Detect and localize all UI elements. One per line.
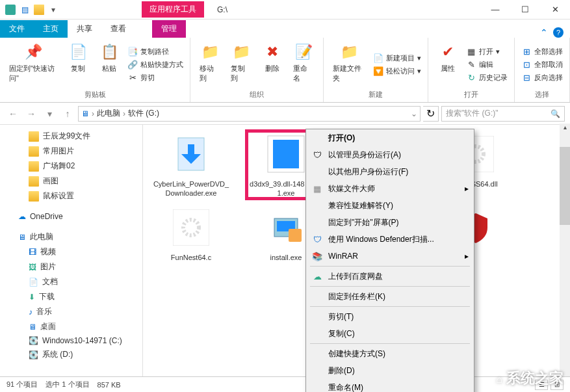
ctx-delete[interactable]: 删除(D) (306, 362, 474, 379)
ctx-copy[interactable]: 复制(C) (306, 325, 474, 342)
svg-rect-11 (289, 229, 302, 242)
ctx-winrar[interactable]: 📚WinRAR▸ (306, 248, 474, 265)
easy-access-button[interactable]: 🔽轻松访问▾ (372, 65, 422, 77)
minimize-button[interactable]: — (480, 0, 510, 20)
invert-selection-button[interactable]: ⊟反向选择 (520, 72, 564, 83)
pin-button[interactable]: 📌固定到"快速访问" (5, 40, 61, 88)
tree-documents[interactable]: 📄文档 (0, 274, 142, 289)
breadcrumb-root[interactable]: 此电脑 (97, 108, 120, 119)
tree-folder[interactable]: 鼠标设置 (0, 189, 142, 203)
move-to-button[interactable]: 📁移动到 (196, 40, 224, 88)
edit-button[interactable]: ✎编辑 (465, 59, 509, 70)
ctx-run-admin[interactable]: 🛡以管理员身份运行(A) (306, 146, 474, 163)
svg-rect-7 (173, 209, 209, 246)
refresh-button[interactable]: ↻ (423, 106, 439, 122)
open-button[interactable]: ▦打开▾ (465, 46, 509, 57)
contextual-tab-label: 应用程序工具 (142, 1, 204, 18)
qat-props-icon[interactable]: ▤ (19, 5, 30, 15)
quick-access-toolbar: ▤ ▾ (0, 5, 64, 15)
nav-tree[interactable]: 壬辰龙99文件 常用图片 广场舞02 画图 鼠标设置 ☁OneDrive 🖥此电… (0, 125, 143, 378)
group-select-label: 选择 (520, 88, 564, 99)
group-clipboard-label: 剪贴板 (5, 88, 185, 99)
tree-folder[interactable]: 画图 (0, 174, 142, 189)
tree-drive-c[interactable]: 💽Windows10-14971 (C:) (0, 334, 142, 347)
file-item[interactable]: CyberLink_PowerDVD_Downloader.exe (152, 131, 230, 198)
tab-view[interactable]: 查看 (101, 20, 135, 38)
tree-drive-d[interactable]: 💽系统 (D:) (0, 347, 142, 362)
ctx-baidu[interactable]: ☁上传到百度网盘 (306, 268, 474, 285)
tree-folder[interactable]: 广场舞02 (0, 159, 142, 174)
maximize-button[interactable]: ☐ (510, 0, 540, 20)
ctx-ruanmei[interactable]: ▦软媒文件大师▸ (306, 180, 474, 197)
cut-button[interactable]: ✂剪切 (126, 72, 185, 83)
delete-button[interactable]: ✖删除 (258, 40, 287, 88)
help-icon[interactable]: ? (553, 27, 564, 38)
svg-rect-2 (273, 140, 299, 168)
select-none-button[interactable]: ⊡全部取消 (520, 59, 564, 70)
tab-file[interactable]: 文件 (0, 20, 34, 38)
history-button[interactable]: ↻历史记录 (465, 72, 509, 83)
ribbon-tabs: 文件 主页 共享 查看 管理 ⌃ ? (0, 20, 570, 38)
qat-dropdown-icon[interactable]: ▾ (48, 5, 58, 15)
select-all-button[interactable]: ⊞全部选择 (520, 46, 564, 57)
ctx-pin-start[interactable]: 固定到"开始"屏幕(P) (306, 214, 474, 231)
status-bar: 91 个项目 选中 1 个项目 857 KB ☰ ⊞ (0, 376, 570, 392)
titlebar: ▤ ▾ 应用程序工具 G:\ — ☐ ✕ (0, 0, 570, 20)
properties-button[interactable]: ✔属性 (434, 40, 462, 88)
ctx-shortcut[interactable]: 创建快捷方式(S) (306, 345, 474, 362)
address-bar: ← → ▾ ↑ 🖥 › 此电脑 › 软件 (G:) ⌄ ↻ 搜索"软件 (G:)… (0, 103, 570, 125)
back-button[interactable]: ← (5, 106, 21, 122)
ctx-run-other[interactable]: 以其他用户身份运行(F) (306, 163, 474, 180)
app-icon (5, 5, 16, 15)
copy-to-button[interactable]: 📁复制到 (227, 40, 255, 88)
tree-folder[interactable]: 常用图片 (0, 144, 142, 159)
rename-button[interactable]: 📝重命名 (289, 40, 318, 88)
scroll-thumb[interactable] (560, 147, 570, 225)
ctx-defender[interactable]: 🛡使用 Windows Defender扫描... (306, 231, 474, 248)
breadcrumb-drive[interactable]: 软件 (G:) (128, 108, 159, 119)
ctx-open[interactable]: 打开(O) (306, 129, 474, 146)
tree-thispc[interactable]: 🖥此电脑 (0, 229, 142, 244)
close-button[interactable]: ✕ (540, 0, 570, 20)
tree-music[interactable]: ♪音乐 (0, 304, 142, 319)
tree-folder[interactable]: 壬辰龙99文件 (0, 129, 142, 144)
group-new-label: 新建 (329, 88, 422, 99)
tree-videos[interactable]: 🎞视频 (0, 244, 142, 259)
tree-downloads[interactable]: ⬇下载 (0, 289, 142, 304)
tree-pictures[interactable]: 🖼图片 (0, 259, 142, 274)
window-title: G:\ (217, 5, 227, 14)
ribbon-collapse-icon[interactable]: ⌃ (540, 27, 548, 38)
tab-share[interactable]: 共享 (68, 20, 101, 38)
qat-newfolder-icon[interactable] (34, 5, 44, 15)
tab-manage[interactable]: 管理 (152, 20, 186, 38)
copy-path-button[interactable]: 📑复制路径 (126, 46, 185, 57)
tree-desktop[interactable]: 🖥桌面 (0, 319, 142, 334)
paste-shortcut-button[interactable]: 🔗粘贴快捷方式 (126, 59, 185, 70)
context-menu: 打开(O) 🛡以管理员身份运行(A) 以其他用户身份运行(F) ▦软媒文件大师▸… (305, 129, 474, 392)
new-item-button[interactable]: 📄新建项目▾ (372, 52, 422, 64)
window-controls: — ☐ ✕ (480, 0, 570, 20)
breadcrumb[interactable]: 🖥 › 此电脑 › 软件 (G:) ⌄ (78, 106, 421, 122)
search-icon: 🔍 (551, 109, 560, 118)
ctx-compat[interactable]: 兼容性疑难解答(Y) (306, 197, 474, 214)
tab-home[interactable]: 主页 (34, 20, 68, 38)
pc-icon: 🖥 (81, 109, 89, 118)
ctx-pin-taskbar[interactable]: 固定到任务栏(K) (306, 288, 474, 305)
paste-button[interactable]: 📋粘贴 (95, 40, 123, 88)
copy-button[interactable]: 📄复制 (64, 40, 92, 88)
forward-button[interactable]: → (23, 106, 39, 122)
status-size: 857 KB (97, 381, 121, 389)
ribbon: 📌固定到"快速访问" 📄复制 📋粘贴 📑复制路径 🔗粘贴快捷方式 ✂剪切 剪贴板… (0, 38, 570, 103)
group-organize-label: 组织 (196, 88, 318, 99)
tree-onedrive[interactable]: ☁OneDrive (0, 210, 142, 223)
ctx-rename[interactable]: 重命名(M) (306, 379, 474, 392)
ctx-cut[interactable]: 剪切(T) (306, 308, 474, 325)
vertical-scrollbar[interactable]: ▴ (560, 124, 570, 377)
file-item[interactable]: FunNest64.c (152, 205, 230, 262)
search-box[interactable]: 搜索"软件 (G:)" 🔍 (441, 106, 565, 122)
main: 壬辰龙99文件 常用图片 广场舞02 画图 鼠标设置 ☁OneDrive 🖥此电… (0, 125, 570, 378)
scroll-up-icon[interactable]: ▴ (560, 124, 570, 135)
recent-dropdown[interactable]: ▾ (42, 106, 57, 122)
up-button[interactable]: ↑ (60, 106, 75, 122)
new-folder-button[interactable]: 📁新建文件夹 (329, 40, 369, 88)
